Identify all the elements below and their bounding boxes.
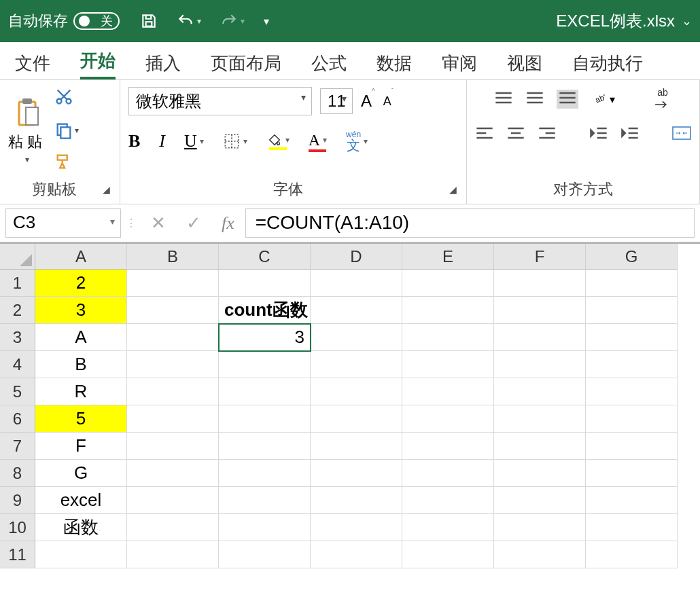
orientation-icon[interactable]: ab ▾: [591, 92, 615, 106]
window-title[interactable]: EXCEL例表.xlsx ⌄: [556, 10, 692, 32]
row-header[interactable]: 8: [0, 460, 35, 487]
tab-view[interactable]: 视图: [507, 52, 542, 79]
row-header[interactable]: 10: [0, 514, 35, 541]
row-header[interactable]: 9: [0, 487, 35, 514]
row-header[interactable]: 2: [0, 297, 35, 324]
cell-F4[interactable]: [494, 351, 586, 378]
cell-B5[interactable]: [127, 378, 219, 405]
formula-input[interactable]: =COUNT(A1:A10): [245, 208, 695, 238]
tab-automate[interactable]: 自动执行: [572, 52, 643, 79]
cell-G9[interactable]: [586, 487, 678, 514]
cell-G8[interactable]: [586, 460, 678, 487]
cell-D7[interactable]: [311, 433, 402, 460]
cell-E5[interactable]: [402, 378, 494, 405]
underline-icon[interactable]: U▾: [184, 131, 204, 151]
customize-qat-icon[interactable]: ▾: [264, 15, 269, 28]
chevron-down-icon[interactable]: ▾: [197, 16, 201, 26]
align-left-icon[interactable]: [475, 126, 494, 143]
align-bottom-icon[interactable]: [557, 90, 578, 109]
cell-C1[interactable]: [219, 270, 311, 297]
cell-A8[interactable]: G: [35, 460, 127, 487]
enter-icon[interactable]: ✓: [186, 213, 201, 234]
row-header[interactable]: 4: [0, 351, 35, 378]
cell-G3[interactable]: [586, 324, 678, 351]
cell-G2[interactable]: [586, 297, 678, 324]
decrease-indent-icon[interactable]: [589, 126, 608, 143]
cell-B7[interactable]: [127, 433, 219, 460]
select-all-corner[interactable]: [0, 244, 35, 270]
cell-E2[interactable]: [402, 297, 494, 324]
cell-C8[interactable]: [219, 460, 311, 487]
decrease-font-size-icon[interactable]: Aˇ: [383, 94, 393, 109]
cell-G1[interactable]: [586, 270, 678, 297]
dialog-launcher-icon[interactable]: ◢: [101, 183, 111, 196]
cell-B4[interactable]: [127, 351, 219, 378]
font-color-icon[interactable]: A▾: [309, 131, 327, 152]
redo-icon[interactable]: ▾: [220, 12, 245, 30]
cell-F9[interactable]: [494, 487, 586, 514]
cell-A3[interactable]: A: [35, 324, 127, 351]
cell-F10[interactable]: [494, 514, 586, 541]
tab-insert[interactable]: 插入: [145, 52, 181, 79]
cell-A9[interactable]: excel: [35, 487, 127, 514]
cell-D8[interactable]: [311, 460, 402, 487]
cell-E3[interactable]: [402, 324, 494, 351]
col-header[interactable]: D: [311, 244, 402, 270]
cell-B6[interactable]: [127, 405, 219, 433]
cell-A10[interactable]: 函数: [35, 514, 127, 541]
cell-B11[interactable]: [127, 541, 219, 568]
cell-G10[interactable]: [586, 514, 678, 541]
cell-F11[interactable]: [494, 541, 586, 568]
undo-icon[interactable]: ▾: [177, 12, 201, 30]
paste-button[interactable]: 粘贴 ▾: [8, 96, 46, 164]
cell-E11[interactable]: [402, 541, 494, 568]
cut-icon[interactable]: [54, 87, 79, 109]
row-header[interactable]: 7: [0, 433, 35, 460]
cancel-icon[interactable]: ✕: [151, 213, 166, 234]
col-header[interactable]: A: [35, 244, 127, 270]
cell-F6[interactable]: [494, 405, 586, 433]
copy-icon[interactable]: ▾: [54, 121, 79, 140]
italic-icon[interactable]: I: [159, 131, 165, 151]
cell-A2[interactable]: 3: [35, 297, 127, 324]
cell-D9[interactable]: [311, 487, 402, 514]
cell-A7[interactable]: F: [35, 433, 127, 460]
increase-indent-icon[interactable]: [620, 126, 640, 143]
cell-F8[interactable]: [494, 460, 586, 487]
align-right-icon[interactable]: [538, 126, 557, 143]
cell-C6[interactable]: [219, 405, 311, 433]
cell-E6[interactable]: [402, 405, 494, 433]
cell-C7[interactable]: [219, 433, 311, 460]
cell-E8[interactable]: [402, 460, 494, 487]
cell-D3[interactable]: [311, 324, 402, 351]
wrap-text-icon[interactable]: ab: [653, 87, 672, 111]
fill-color-icon[interactable]: ▾: [266, 132, 290, 150]
cell-E7[interactable]: [402, 433, 494, 460]
cell-C10[interactable]: [219, 514, 311, 541]
tab-review[interactable]: 审阅: [442, 52, 477, 79]
font-size-dropdown[interactable]: 11: [320, 88, 353, 114]
cell-B9[interactable]: [127, 487, 219, 514]
cell-A11[interactable]: [35, 541, 127, 568]
cell-B2[interactable]: [127, 297, 219, 324]
cell-B1[interactable]: [127, 270, 219, 297]
cell-F5[interactable]: [494, 378, 586, 405]
cell-E1[interactable]: [402, 270, 494, 297]
tab-formulas[interactable]: 公式: [311, 52, 347, 79]
name-box[interactable]: C3: [5, 208, 121, 238]
merge-cells-icon[interactable]: [672, 126, 691, 143]
chevron-down-icon[interactable]: ▾: [25, 155, 29, 164]
save-icon[interactable]: [140, 12, 158, 30]
cell-F7[interactable]: [494, 433, 586, 460]
cell-D4[interactable]: [311, 351, 402, 378]
cell-B8[interactable]: [127, 460, 219, 487]
phonetic-guide-icon[interactable]: wén 文 ▾: [346, 130, 368, 152]
tab-page-layout[interactable]: 页面布局: [211, 52, 281, 79]
cell-C9[interactable]: [219, 487, 311, 514]
cell-C11[interactable]: [219, 541, 311, 568]
chevron-down-icon[interactable]: ⌄: [682, 14, 692, 29]
autosave-toggle[interactable]: 自动保存 关: [8, 11, 120, 31]
col-header[interactable]: C: [219, 244, 311, 270]
align-middle-icon[interactable]: [525, 91, 544, 107]
cell-E4[interactable]: [402, 351, 494, 378]
